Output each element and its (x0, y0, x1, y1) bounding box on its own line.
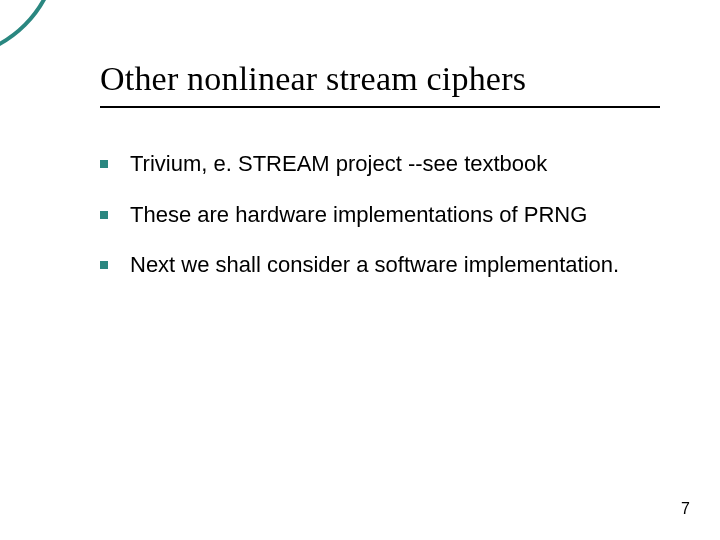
bullet-text: Next we shall consider a software implem… (130, 251, 619, 280)
bullet-square-icon (100, 211, 108, 219)
page-number: 7 (681, 500, 690, 518)
bullet-square-icon (100, 160, 108, 168)
bullet-square-icon (100, 261, 108, 269)
title-underline (100, 106, 660, 108)
bullet-text: Trivium, e. STREAM project --see textboo… (130, 150, 547, 179)
bullet-text: These are hardware implementations of PR… (130, 201, 587, 230)
list-item: Trivium, e. STREAM project --see textboo… (100, 150, 660, 179)
corner-arc-decoration (0, 0, 60, 60)
list-item: Next we shall consider a software implem… (100, 251, 660, 280)
slide-title: Other nonlinear stream ciphers (100, 60, 660, 98)
slide: Other nonlinear stream ciphers Trivium, … (0, 0, 720, 540)
title-block: Other nonlinear stream ciphers (100, 60, 660, 108)
list-item: These are hardware implementations of PR… (100, 201, 660, 230)
bullet-list: Trivium, e. STREAM project --see textboo… (100, 150, 660, 302)
